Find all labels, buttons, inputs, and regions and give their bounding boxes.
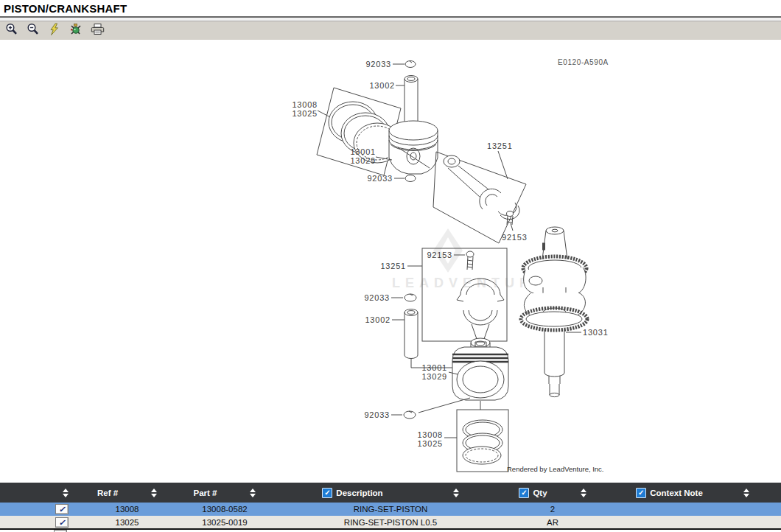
sort-icon[interactable]: [743, 489, 749, 497]
table-row[interactable]: 13008 13008-0582 RING-SET-PISTON 2: [0, 503, 781, 516]
cell-description: RING-SET-PISTON: [280, 505, 501, 514]
cell-part: 13008-0582: [169, 505, 280, 514]
part-label-92033-lower[interactable]: 92033: [364, 410, 390, 419]
sort-icon[interactable]: [453, 489, 459, 497]
zoom-out-icon: [27, 23, 40, 39]
print-icon: [91, 23, 105, 39]
exploded-parts-diagram[interactable]: LEADVENTURE: [0, 40, 781, 483]
sort-icon[interactable]: [581, 489, 586, 497]
column-label-ref: Ref #: [97, 489, 118, 497]
column-label-context-note: Context Note: [650, 489, 703, 497]
sort-icon[interactable]: [151, 489, 157, 497]
hotspots-icon: [69, 23, 83, 39]
print-button[interactable]: [89, 24, 105, 38]
part-label-92033-top[interactable]: 92033: [365, 60, 391, 69]
column-label-description: Description: [336, 489, 382, 497]
column-label-qty: Qty: [533, 489, 547, 497]
sort-icon[interactable]: [250, 489, 256, 497]
column-header-description[interactable]: ✓ Description: [280, 483, 501, 503]
part-label-92153-upper[interactable]: 92153: [502, 233, 528, 242]
zoom-in-button[interactable]: [4, 24, 20, 38]
part-label-13025-lower[interactable]: 13025: [417, 439, 443, 448]
page-title: PISTON/CRANKSHAFT: [4, 2, 781, 15]
part-label-92033-second[interactable]: 92033: [367, 174, 393, 183]
column-label-part: Part #: [194, 489, 217, 497]
part-label-13251-middle[interactable]: 13251: [380, 262, 406, 270]
title-divider: [0, 16, 781, 21]
zoom-out-button[interactable]: [25, 24, 41, 38]
flash-view-button[interactable]: [46, 24, 63, 38]
part-label-13029-lower[interactable]: 13029: [421, 372, 447, 381]
title-bar: PISTON/CRANKSHAFT: [0, 0, 781, 16]
part-label-13025-top[interactable]: 13025: [292, 109, 318, 118]
zoom-in-icon: [5, 23, 18, 39]
part-label-92153-middle[interactable]: 92153: [427, 251, 452, 259]
description-column-checkbox[interactable]: ✓: [322, 488, 332, 498]
cell-part: 13025-0019: [169, 518, 280, 527]
column-header-context-note[interactable]: ✓ Context Note: [604, 483, 781, 503]
hotspots-button[interactable]: [68, 24, 84, 38]
part-label-13002-top[interactable]: 13002: [369, 81, 395, 90]
cell-description: RING-SET-PISTON L0.5: [280, 518, 501, 527]
part-label-13251-upper[interactable]: 13251: [487, 141, 513, 150]
cell-ref: 13025: [85, 518, 169, 527]
parts-viewer-window: { "page": { "title": "PISTON/CRANKSHAFT"…: [0, 0, 781, 532]
context-note-column-checkbox[interactable]: ✓: [636, 488, 646, 498]
parts-table: Ref # Part # ✓ Description ✓ Qty ✓ Conte…: [0, 483, 781, 532]
render-credit: Rendered by LeadVenture, Inc.: [507, 465, 604, 473]
part-label-13008-top[interactable]: 13008: [292, 100, 318, 109]
cell-ref: 13008: [85, 505, 169, 514]
part-label-92033-middle[interactable]: 92033: [364, 293, 390, 302]
column-header-qty[interactable]: ✓ Qty: [501, 483, 604, 503]
part-label-13008-lower[interactable]: 13008: [417, 430, 443, 439]
qty-column-checkbox[interactable]: ✓: [519, 488, 529, 498]
part-label-13001-top[interactable]: 13001: [350, 147, 376, 156]
cell-qty: AR: [501, 518, 604, 527]
sort-icon[interactable]: [63, 489, 69, 497]
diagram-toolbar: [0, 21, 781, 41]
part-label-13029-top[interactable]: 13029: [350, 156, 376, 165]
cell-qty: 2: [501, 505, 604, 514]
part-label-13002-middle[interactable]: 13002: [365, 315, 390, 324]
diagram-code: E0120-A590A: [558, 58, 609, 66]
lightning-icon: [48, 23, 61, 39]
row-select-check-icon[interactable]: [55, 504, 69, 514]
table-row[interactable]: 13025 13025-0019 RING-SET-PISTON L0.5 AR: [0, 516, 781, 528]
row-select-check-icon[interactable]: [55, 517, 69, 528]
column-header-ref[interactable]: Ref #: [85, 483, 169, 503]
column-header-select[interactable]: [0, 483, 85, 503]
column-header-part[interactable]: Part #: [169, 483, 280, 503]
part-label-13001-lower[interactable]: 13001: [421, 363, 447, 372]
table-header-row: Ref # Part # ✓ Description ✓ Qty ✓ Conte…: [0, 483, 781, 503]
part-label-13031[interactable]: 13031: [583, 328, 609, 337]
